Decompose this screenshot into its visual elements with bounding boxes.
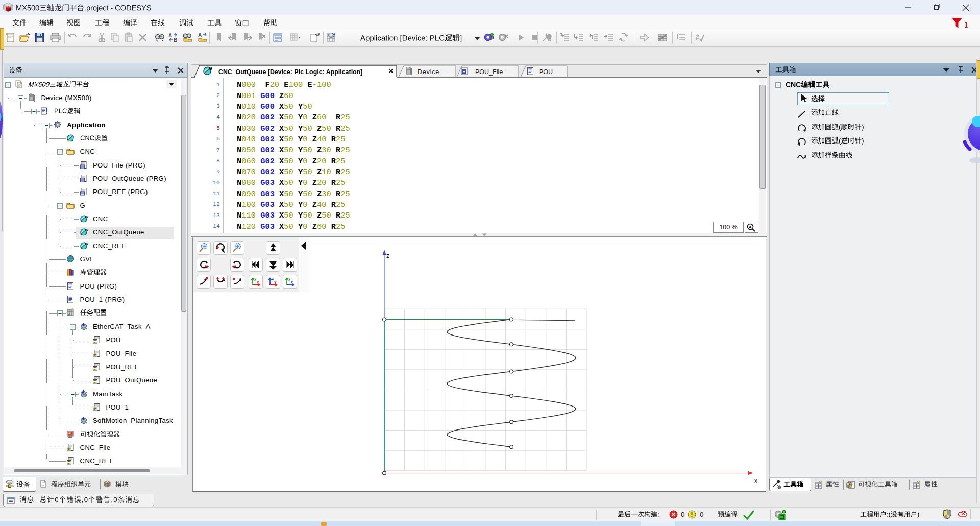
svg-text:1: 1	[964, 20, 968, 29]
svg-text:G: G	[85, 242, 88, 246]
svg-text:G: G	[85, 214, 88, 219]
svg-text:x: x	[257, 280, 259, 284]
svg-text:x: x	[754, 477, 757, 484]
svg-text:A: A	[168, 33, 172, 38]
svg-text:x: x	[274, 280, 277, 284]
svg-text:A: A	[749, 225, 752, 229]
svg-text:z: z	[291, 280, 293, 284]
svg-text:G: G	[85, 228, 88, 232]
svg-text:A: A	[198, 32, 202, 38]
svg-text:z: z	[272, 276, 274, 281]
svg-text:z: z	[386, 252, 389, 259]
svg-text:G: G	[209, 66, 212, 71]
svg-text:B: B	[174, 37, 177, 43]
